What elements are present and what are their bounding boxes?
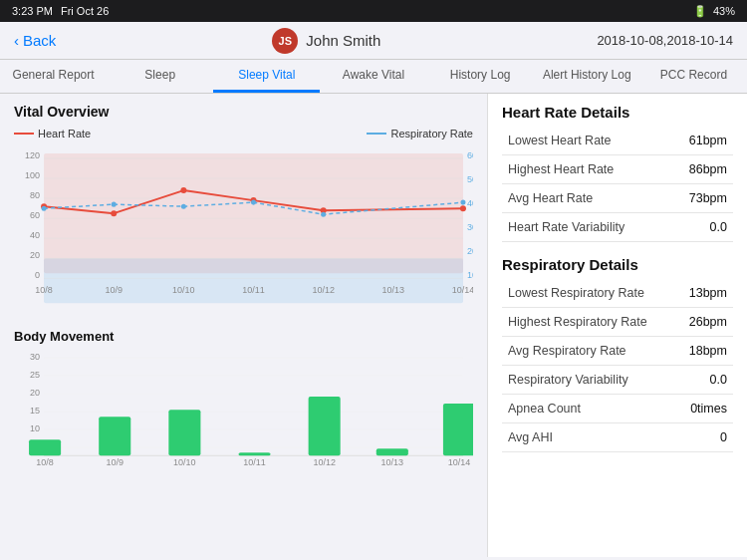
svg-rect-55 xyxy=(29,440,61,456)
table-row: Avg Heart Rate73bpm xyxy=(502,184,733,213)
svg-text:10/14: 10/14 xyxy=(452,285,473,295)
svg-text:10/13: 10/13 xyxy=(382,285,405,295)
svg-text:60: 60 xyxy=(30,210,40,220)
status-bar: 3:23 PM Fri Oct 26 🔋 43% xyxy=(0,0,747,22)
main-content: Vital Overview Heart Rate Respiratory Ra… xyxy=(0,94,747,557)
heart-rate-legend-line xyxy=(14,133,34,135)
svg-rect-58 xyxy=(238,453,270,456)
tab-awake-vital[interactable]: Awake Vital xyxy=(320,60,426,93)
back-label: Back xyxy=(23,32,56,49)
left-panel: Vital Overview Heart Rate Respiratory Ra… xyxy=(0,94,488,557)
svg-text:25: 25 xyxy=(30,370,40,380)
chart-legend: Heart Rate Respiratory Rate xyxy=(14,128,473,140)
svg-text:50: 50 xyxy=(467,174,473,184)
svg-text:60: 60 xyxy=(467,150,473,160)
body-movement-chart-svg: 30 25 20 15 10 5 0 10/8 10/9 xyxy=(14,348,473,467)
tab-alert-history-log[interactable]: Alert History Log xyxy=(534,60,640,93)
heart-rate-legend-label: Heart Rate xyxy=(38,128,91,140)
table-row: Apnea Count0times xyxy=(502,395,733,423)
nav-bar: ‹ Back JS John Smith 2018-10-08,2018-10-… xyxy=(0,22,747,60)
user-name: John Smith xyxy=(306,32,380,49)
row-value: 18bpm xyxy=(675,337,733,366)
row-label: Lowest Respiratory Rate xyxy=(502,279,675,308)
row-value: 26bpm xyxy=(675,308,733,337)
row-value: 0.0 xyxy=(668,213,733,242)
svg-text:20: 20 xyxy=(467,246,473,256)
svg-text:0: 0 xyxy=(35,270,40,280)
tab-bar: General Report Sleep Sleep Vital Awake V… xyxy=(0,60,747,94)
row-value: 73bpm xyxy=(668,184,733,213)
tab-sleep-vital[interactable]: Sleep Vital xyxy=(213,60,320,93)
respiratory-rate-legend-label: Respiratory Rate xyxy=(390,128,473,140)
user-info: JS John Smith xyxy=(272,28,380,54)
svg-rect-56 xyxy=(99,418,130,456)
row-label: Lowest Heart Rate xyxy=(502,127,668,155)
vital-overview-title: Vital Overview xyxy=(14,104,473,120)
table-row: Respiratory Variability0.0 xyxy=(502,366,733,395)
battery-level: 43% xyxy=(713,5,735,17)
status-right: 🔋 43% xyxy=(693,5,735,18)
row-label: Highest Heart Rate xyxy=(502,155,668,184)
svg-point-24 xyxy=(180,187,186,193)
svg-text:20: 20 xyxy=(30,388,40,398)
svg-text:10/9: 10/9 xyxy=(105,285,123,295)
svg-rect-59 xyxy=(309,397,341,455)
right-panel: Heart Rate Details Lowest Heart Rate61bp… xyxy=(488,94,747,557)
svg-text:20: 20 xyxy=(30,250,40,260)
row-value: 13bpm xyxy=(675,279,733,308)
svg-text:80: 80 xyxy=(30,190,40,200)
svg-text:30: 30 xyxy=(30,352,40,362)
svg-text:15: 15 xyxy=(30,406,40,416)
table-row: Avg Respiratory Rate18bpm xyxy=(502,337,733,366)
table-row: Highest Heart Rate86bpm xyxy=(502,155,733,184)
respiratory-details-title: Respiratory Details xyxy=(502,256,733,273)
row-label: Avg AHI xyxy=(502,423,675,452)
svg-text:10/12: 10/12 xyxy=(312,285,335,295)
body-movement-title: Body Movement xyxy=(14,329,473,344)
svg-text:10: 10 xyxy=(467,270,473,280)
svg-text:10/8: 10/8 xyxy=(35,285,53,295)
tab-general-report[interactable]: General Report xyxy=(0,60,107,93)
svg-rect-60 xyxy=(376,449,408,456)
svg-text:10/14: 10/14 xyxy=(448,458,471,468)
table-row: Lowest Respiratory Rate13bpm xyxy=(502,279,733,308)
svg-point-28 xyxy=(42,206,47,211)
svg-point-31 xyxy=(251,200,256,205)
heart-rate-legend: Heart Rate xyxy=(14,128,91,140)
svg-text:10/10: 10/10 xyxy=(172,285,195,295)
svg-point-23 xyxy=(111,210,117,216)
svg-text:100: 100 xyxy=(25,170,40,180)
svg-text:10/8: 10/8 xyxy=(36,458,54,468)
chevron-left-icon: ‹ xyxy=(14,32,19,49)
respiratory-rate-legend: Respiratory Rate xyxy=(367,128,473,140)
table-row: Heart Rate Variability0.0 xyxy=(502,213,733,242)
svg-text:10/13: 10/13 xyxy=(381,458,404,468)
svg-text:10/10: 10/10 xyxy=(173,458,196,468)
row-value: 86bpm xyxy=(668,155,733,184)
tab-sleep[interactable]: Sleep xyxy=(107,60,213,93)
svg-rect-61 xyxy=(443,404,473,455)
vital-chart-svg: 120 100 80 60 40 20 0 60 50 40 30 20 10 xyxy=(14,143,473,313)
row-value: 0times xyxy=(675,395,733,423)
heart-rate-details-title: Heart Rate Details xyxy=(502,104,733,121)
svg-text:40: 40 xyxy=(30,230,40,240)
battery-icon: 🔋 xyxy=(693,5,707,18)
heart-rate-details-table: Lowest Heart Rate61bpmHighest Heart Rate… xyxy=(502,127,733,242)
svg-text:10/11: 10/11 xyxy=(243,458,266,468)
row-value: 0 xyxy=(675,423,733,452)
avatar: JS xyxy=(272,28,298,54)
table-row: Avg AHI0 xyxy=(502,423,733,452)
status-time: 3:23 PM xyxy=(12,5,53,17)
status-day: Fri Oct 26 xyxy=(61,5,109,17)
row-label: Respiratory Variability xyxy=(502,366,675,395)
svg-point-27 xyxy=(460,205,466,211)
tab-pcc-record[interactable]: PCC Record xyxy=(640,60,747,93)
row-value: 0.0 xyxy=(675,366,733,395)
back-button[interactable]: ‹ Back xyxy=(14,32,56,49)
svg-point-30 xyxy=(181,204,186,209)
svg-point-32 xyxy=(321,212,326,217)
svg-rect-57 xyxy=(168,410,200,455)
tab-history-log[interactable]: History Log xyxy=(427,60,534,93)
vital-chart-container: Heart Rate Respiratory Rate 120 100 80 6… xyxy=(14,128,473,313)
respiratory-rate-legend-line xyxy=(367,133,386,135)
